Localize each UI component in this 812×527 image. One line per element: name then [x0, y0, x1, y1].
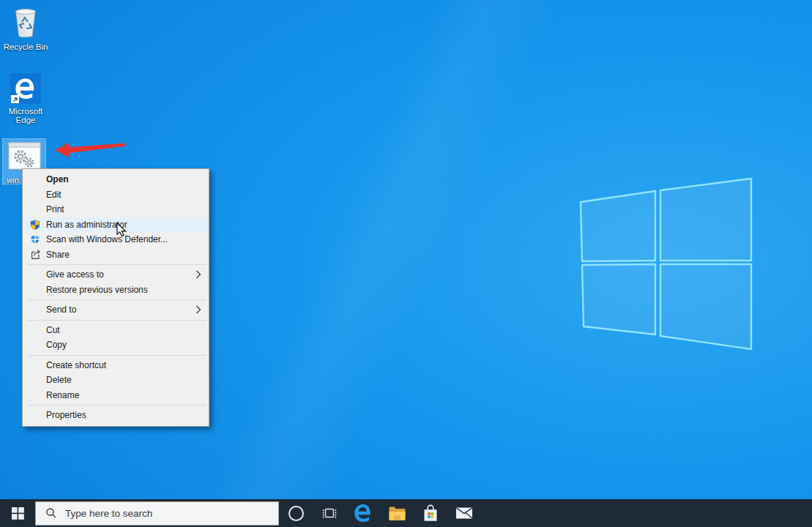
menu-separator [28, 405, 206, 405]
context-menu: OpenEditPrintRun as administratorScan wi… [22, 168, 209, 427]
menu-item-copy[interactable]: Copy [23, 337, 209, 353]
menu-item-label: Cut [46, 325, 203, 335]
edge-icon [2, 70, 49, 104]
menu-item-edit[interactable]: Edit [23, 187, 209, 203]
menu-item-cut[interactable]: Cut [23, 323, 209, 338]
menu-separator [28, 355, 206, 356]
menu-item-properties[interactable]: Properties [23, 408, 209, 423]
windows-logo-wallpaper [571, 172, 761, 356]
taskbar-item-microsoft-store[interactable] [414, 499, 447, 527]
menu-item-share[interactable]: Share [23, 247, 209, 263]
submenu-chevron-icon [195, 305, 203, 314]
menu-item-label: Create shortcut [46, 360, 203, 370]
menu-separator [28, 299, 206, 300]
submenu-chevron-icon [195, 270, 203, 279]
cortana-icon [288, 506, 304, 521]
desktop-icon-microsoft-edge[interactable]: Microsoft Edge [2, 70, 49, 124]
mouse-cursor [116, 223, 127, 237]
recycle-bin-icon [2, 6, 49, 40]
defender-shield-icon [27, 234, 46, 244]
desktop-icon-label: Microsoft Edge [2, 107, 49, 124]
shortcut-arrow-icon [11, 95, 19, 103]
taskbar-item-task-view[interactable] [313, 499, 346, 527]
taskbar-item-mail[interactable] [447, 499, 481, 527]
menu-item-give-access-to[interactable]: Give access to [23, 267, 209, 283]
screen: Recycle Bin Microsoft Edge [0, 0, 812, 527]
share-icon [27, 249, 46, 260]
start-button[interactable] [0, 499, 35, 527]
menu-item-label: Restore previous versions [46, 285, 203, 295]
menu-item-rename[interactable]: Rename [23, 388, 209, 403]
menu-item-label: Edit [46, 190, 203, 200]
taskbar-item-microsoft-edge[interactable] [346, 499, 380, 527]
menu-item-label: Properties [46, 410, 203, 420]
taskbar-item-cortana[interactable] [279, 499, 313, 527]
mail-icon [455, 506, 474, 520]
annotation-arrow [51, 138, 132, 161]
menu-item-label: Send to [46, 304, 195, 315]
microsoft-store-icon [422, 504, 439, 523]
desktop-icon-recycle-bin[interactable]: Recycle Bin [2, 6, 49, 51]
task-view-icon [322, 507, 337, 520]
taskbar-search-input[interactable]: Type here to search [35, 501, 279, 526]
menu-item-label: Share [46, 250, 203, 260]
menu-item-label: Print [46, 204, 203, 214]
search-placeholder: Type here to search [65, 508, 152, 519]
windows-start-icon [12, 507, 24, 520]
menu-item-label: Open [46, 174, 203, 184]
uac-shield-icon [27, 220, 46, 230]
menu-item-label: Copy [46, 340, 203, 350]
search-icon [45, 507, 57, 519]
menu-item-restore-previous-versions[interactable]: Restore previous versions [23, 283, 209, 298]
edge-icon [354, 504, 373, 523]
menu-item-delete[interactable]: Delete [23, 373, 209, 388]
menu-separator [28, 320, 206, 321]
menu-item-label: Give access to [46, 269, 195, 280]
menu-item-label: Delete [46, 375, 203, 385]
menu-separator [28, 264, 206, 265]
desktop-icon-label: Recycle Bin [2, 42, 49, 51]
taskbar-item-file-explorer[interactable] [380, 499, 414, 527]
menu-item-print[interactable]: Print [23, 202, 209, 217]
menu-item-create-shortcut[interactable]: Create shortcut [23, 358, 209, 373]
file-explorer-icon [388, 506, 406, 521]
taskbar: Type here to search [0, 499, 812, 527]
menu-item-open[interactable]: Open [23, 172, 209, 187]
menu-item-send-to[interactable]: Send to [23, 302, 209, 318]
menu-item-label: Rename [46, 390, 203, 400]
